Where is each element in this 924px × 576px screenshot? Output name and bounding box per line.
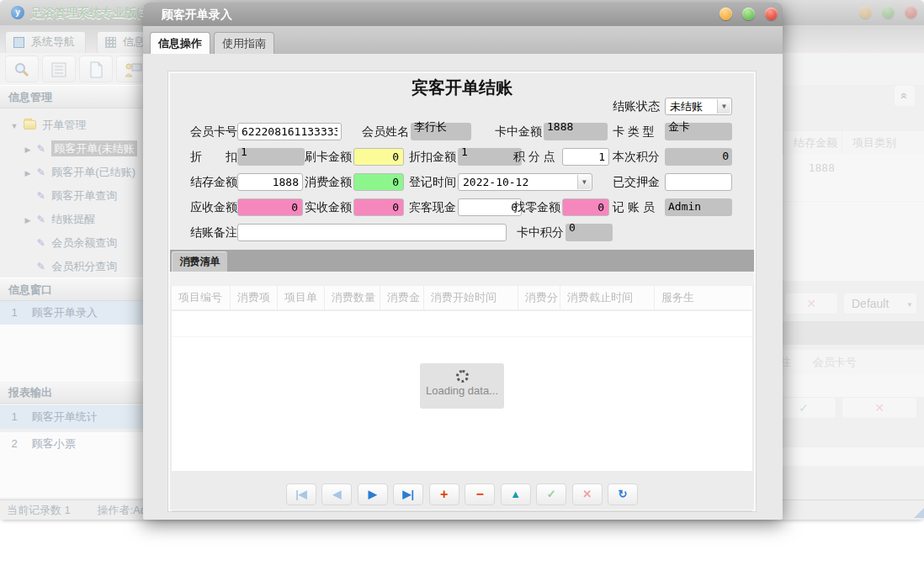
resize-grip[interactable] <box>914 508 924 518</box>
list-item-order-stats[interactable]: 1 顾客开单统计 <box>0 405 147 429</box>
section-report-output: 报表输出 <box>0 380 147 404</box>
points-rate-label: 积 分 点 <box>513 148 555 166</box>
maximize-button[interactable] <box>882 6 895 18</box>
item-index: 2 <box>0 432 29 456</box>
document-button[interactable] <box>79 55 113 82</box>
post-record-button[interactable]: ▲ <box>501 484 531 505</box>
cancel-button[interactable]: ✕ <box>572 484 603 505</box>
search-button[interactable] <box>5 55 39 82</box>
tab-info-operation[interactable]: 信息操作 <box>150 32 210 54</box>
consumption-table-body: Loading data... <box>172 311 752 471</box>
bg-cancel-button-2[interactable]: ✕ <box>842 397 917 419</box>
guest-cash-input[interactable] <box>458 198 522 216</box>
search-icon <box>13 61 30 78</box>
collapse-arrow-icon[interactable]: ▼ <box>8 116 20 136</box>
column-attendant[interactable]: 服务生 <box>655 286 752 309</box>
form-title: 宾客开单结账 <box>170 77 754 99</box>
column-end-time[interactable]: 消费截止时间 <box>560 286 655 309</box>
bookkeeper-field: Admin <box>665 198 732 216</box>
points-rate-input[interactable] <box>562 148 609 166</box>
tab-consumption-list[interactable]: 消费清单 <box>172 251 227 272</box>
column-unit-price[interactable]: 项目单 <box>278 286 325 309</box>
close-button[interactable] <box>765 8 778 20</box>
discount-label: 折 扣 <box>190 148 237 166</box>
column-quantity[interactable]: 消费数量 <box>325 286 380 309</box>
loading-text: Loading data... <box>420 384 504 397</box>
column-amount[interactable]: 消费金 <box>380 286 424 309</box>
prev-record-button[interactable]: ◀ <box>321 484 352 505</box>
tree-root-order-management[interactable]: ▼ 开单管理 <box>0 115 147 135</box>
card-amount-field: 1888 <box>544 123 608 140</box>
column-item[interactable]: 消费项 <box>231 286 278 309</box>
grid-icon <box>105 37 116 48</box>
receivable-field: 0 <box>237 198 303 216</box>
tree-label: 会员余额查询 <box>51 236 117 249</box>
discount-amount-field: 1 <box>458 148 522 166</box>
dialog-titlebar[interactable]: 顾客开单录入 <box>143 3 783 26</box>
first-icon: |◀ <box>295 488 307 500</box>
main-window-title: 足浴管理系统专业版(非 <box>30 0 152 25</box>
register-time-dropdown[interactable]: 2022-10-12 ▼ <box>458 173 592 191</box>
tree-item-member-balance-query[interactable]: ✎ 会员余额查询 <box>0 233 147 253</box>
settle-note-input[interactable] <box>237 224 507 241</box>
column-item-no[interactable]: 项目编号 <box>172 286 231 309</box>
bg-cancel-button[interactable]: ✕ <box>784 293 838 314</box>
card-type-label: 卡 类 型 <box>613 123 655 140</box>
change-amount-label: 找零金额 <box>513 198 560 216</box>
delete-record-button[interactable]: − <box>465 484 495 505</box>
expand-arrow-icon[interactable]: ▶ <box>22 210 34 230</box>
column-minutes[interactable]: 消费分 <box>518 286 560 309</box>
tree-label: 会员积分查询 <box>51 260 117 272</box>
card-no-input[interactable] <box>237 123 342 140</box>
document-icon <box>88 61 104 78</box>
tool-icon: ✎ <box>37 190 45 202</box>
bg-table-body: 1888 <box>783 155 924 281</box>
tree-item-settled-orders[interactable]: ▶ ✎ 顾客开单(已结账) <box>0 162 147 182</box>
list-item-order-entry[interactable]: 1 顾客开单录入 <box>0 301 147 325</box>
minimize-button[interactable] <box>859 6 872 18</box>
tree-item-unsettled-orders[interactable]: ▶ ✎ 顾客开单(未结账 <box>0 139 147 159</box>
item-label: 顾客小票 <box>32 437 76 450</box>
list-empty-area <box>0 325 146 380</box>
tab-user-guide[interactable]: 使用指南 <box>214 32 274 54</box>
column-balance: 结存金额 <box>783 131 842 155</box>
guest-cash-label: 宾客现金 <box>409 198 456 216</box>
balance-input[interactable] <box>237 173 303 191</box>
folder-icon <box>24 120 36 129</box>
deposit-paid-input[interactable] <box>665 173 732 191</box>
list-item-receipt[interactable]: 2 顾客小票 <box>0 432 147 456</box>
tab-system-nav[interactable]: 系统导航 <box>5 31 86 53</box>
maximize-button[interactable] <box>742 8 755 20</box>
consume-amount-label: 消费金额 <box>305 173 352 191</box>
settle-status-dropdown[interactable]: 未结账 ▼ <box>665 98 732 115</box>
app-logo-icon: y <box>11 6 24 19</box>
confirm-button[interactable]: ✓ <box>536 484 566 505</box>
expand-arrow-icon[interactable]: ▶ <box>22 163 34 183</box>
record-count: 当前记录数 1 <box>7 504 71 516</box>
tree-item-member-points-query[interactable]: ✎ 会员积分查询 <box>0 256 147 277</box>
report-button[interactable] <box>42 55 76 82</box>
tree-item-settle-reminder[interactable]: ▶ ✎ 结账提醒 <box>0 209 147 230</box>
add-record-button[interactable]: + <box>429 484 459 505</box>
consumption-table-header: 项目编号 消费项 项目单 消费数量 消费金 消费开始时间 消费分 消费截止时间 … <box>172 285 752 310</box>
column-item-category: 项目类别 <box>842 131 902 155</box>
operator-label: 操作者:Ad <box>97 504 146 516</box>
last-record-button[interactable]: ▶| <box>393 484 423 505</box>
prev-icon: ◀ <box>332 488 341 500</box>
chevron-up-icon: « <box>895 92 915 99</box>
background-content: « 结存金额项目类别 1888 ✕ Default ▼ 注 会员卡号 ✓ ✕ <box>762 80 924 499</box>
refresh-button[interactable]: ↻ <box>608 484 638 505</box>
expand-arrow-icon[interactable]: ▶ <box>22 140 34 160</box>
collapse-panel-button[interactable]: « <box>894 85 916 107</box>
minimize-button[interactable] <box>720 8 732 20</box>
first-record-button[interactable]: |◀ <box>286 484 316 505</box>
item-index: 1 <box>0 405 29 429</box>
tree-item-order-query[interactable]: ✎ 顾客开单查询 <box>0 186 147 206</box>
column-start-time[interactable]: 消费开始时间 <box>424 286 518 309</box>
next-record-button[interactable]: ▶ <box>358 484 388 505</box>
consumption-tabbar: 消费清单 <box>170 250 754 272</box>
gap <box>170 272 754 285</box>
close-button[interactable] <box>905 6 917 18</box>
bg-table2-header: 注 会员卡号 <box>777 350 924 375</box>
default-style-dropdown[interactable]: Default ▼ <box>843 293 917 314</box>
